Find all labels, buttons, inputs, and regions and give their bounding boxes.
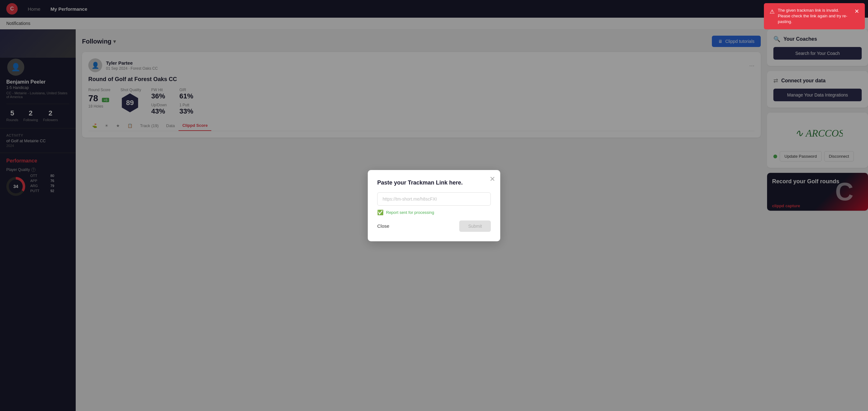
success-text: Report sent for processing (386, 210, 434, 215)
modal-close-button[interactable]: Close (377, 223, 389, 229)
trackman-link-input[interactable] (377, 192, 491, 205)
modal-close-icon[interactable]: ✕ (490, 175, 495, 183)
modal-actions: Close Submit (377, 220, 491, 232)
check-icon: ✅ (377, 210, 383, 215)
trackman-modal: Paste your Trackman Link here. ✕ ✅ Repor… (368, 170, 500, 241)
modal-submit-button[interactable]: Submit (459, 220, 491, 232)
error-toast: ⚠ The given trackman link is invalid. Pl… (764, 3, 865, 29)
modal-overlay: Paste your Trackman Link here. ✕ ✅ Repor… (0, 0, 868, 411)
toast-close-icon[interactable]: ✕ (855, 7, 859, 15)
modal-title: Paste your Trackman Link here. (377, 180, 491, 186)
warning-icon: ⚠ (770, 8, 775, 16)
success-message: ✅ Report sent for processing (377, 210, 491, 215)
toast-message: The given trackman link is invalid. Plea… (778, 7, 851, 25)
